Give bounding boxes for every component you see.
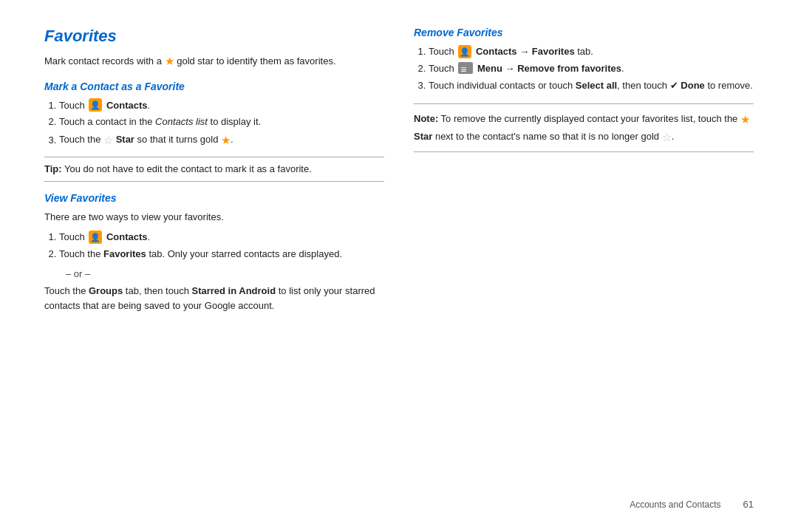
step-item: Touch Menu → Remove from favorites. bbox=[429, 61, 754, 77]
contacts-icon: 👤 bbox=[89, 98, 102, 112]
step-item: Touch 👤 Contacts → Favorites tab. bbox=[429, 44, 754, 60]
step-item: Touch the ☆ Star so that it turns gold ★… bbox=[59, 132, 384, 149]
star-outline-icon: ☆ bbox=[103, 134, 113, 146]
contacts-icon: 👤 bbox=[89, 231, 102, 244]
mark-favorite-steps: Touch 👤 Contacts. Touch a contact in the… bbox=[59, 98, 384, 150]
page-title: Favorites bbox=[44, 27, 384, 46]
view-favorites-intro: There are two ways to view your favorite… bbox=[44, 210, 384, 225]
star-gold-icon: ★ bbox=[740, 112, 750, 125]
contacts-icon: 👤 bbox=[458, 45, 471, 58]
star-outline-icon: ☆ bbox=[662, 130, 672, 143]
view-favorites-steps: Touch 👤 Contacts. Touch the Favorites ta… bbox=[59, 230, 384, 262]
right-column: Remove Favorites Touch 👤 Contacts → Favo… bbox=[414, 27, 754, 491]
section-remove-favorites-title: Remove Favorites bbox=[414, 27, 754, 38]
footer: Accounts and Contacts 61 bbox=[44, 491, 754, 510]
extra-instruction: Touch the Groups tab, then touch Starred… bbox=[44, 284, 384, 315]
page: Favorites Mark contact records with a ★ … bbox=[0, 0, 798, 532]
arrow-icon: → bbox=[505, 63, 515, 74]
step-item: Touch 👤 Contacts. bbox=[59, 230, 384, 245]
checkmark-icon: ✔ bbox=[670, 80, 678, 91]
or-separator: – or – bbox=[44, 268, 384, 279]
step-item: Touch 👤 Contacts. bbox=[59, 98, 384, 114]
step-item: Touch the Favorites tab. Only your starr… bbox=[59, 247, 384, 262]
arrow-icon: → bbox=[519, 46, 529, 57]
remove-favorites-steps: Touch 👤 Contacts → Favorites tab. Touch … bbox=[429, 44, 754, 93]
content-area: Favorites Mark contact records with a ★ … bbox=[44, 27, 754, 491]
star-gold-icon: ★ bbox=[165, 55, 174, 67]
menu-icon bbox=[458, 62, 473, 74]
left-column: Favorites Mark contact records with a ★ … bbox=[44, 27, 384, 491]
section-mark-favorite-title: Mark a Contact as a Favorite bbox=[44, 81, 384, 92]
tip-text: Tip: You do not have to edit the contact… bbox=[44, 163, 312, 174]
intro-text: Mark contact records with a ★ gold star … bbox=[44, 53, 384, 70]
tip-box: Tip: You do not have to edit the contact… bbox=[44, 157, 384, 182]
note-text: Note: To remove the currently displayed … bbox=[414, 113, 750, 142]
note-box: Note: To remove the currently displayed … bbox=[414, 103, 754, 152]
footer-page: 61 bbox=[743, 499, 754, 510]
section-view-favorites-title: View Favorites bbox=[44, 192, 384, 204]
step-item: Touch individual contacts or touch Selec… bbox=[429, 78, 754, 94]
footer-section: Accounts and Contacts bbox=[630, 499, 720, 510]
step-item: Touch a contact in the Contacts list to … bbox=[59, 115, 384, 130]
star-gold-icon: ★ bbox=[221, 134, 231, 146]
